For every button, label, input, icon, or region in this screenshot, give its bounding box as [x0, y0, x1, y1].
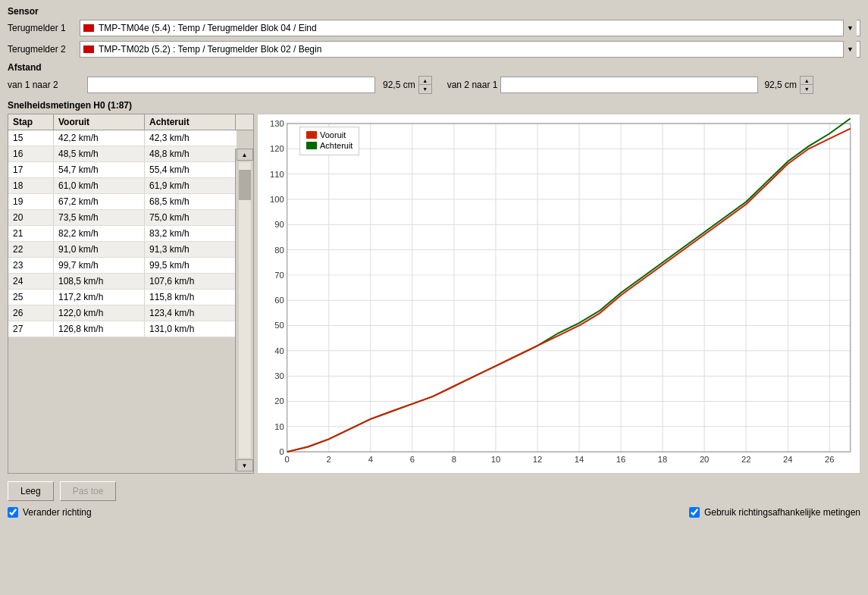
table-row: 23 99,7 km/h 99,5 km/h	[8, 258, 237, 274]
table-scrollbar[interactable]: ▲ ▼	[235, 149, 253, 471]
svg-text:20: 20	[700, 455, 709, 464]
td-stap: 19	[8, 194, 54, 209]
snelheid-header: Snelheidsmetingen H0 (1:87)	[8, 100, 860, 111]
td-achteruit: 55,4 km/h	[145, 162, 236, 177]
verander-richting-group: Verander richting	[8, 507, 92, 518]
td-vooruit: 108,5 km/h	[54, 274, 145, 289]
pastoe-button[interactable]: Pas toe	[60, 481, 117, 501]
td-stap: 27	[8, 321, 54, 337]
svg-text:120: 120	[270, 144, 284, 153]
legend-achteruit-color	[306, 142, 317, 149]
td-stap: 17	[8, 162, 54, 177]
svg-text:10: 10	[274, 422, 284, 431]
terugmelder1-label: Terugmelder 1	[8, 23, 80, 33]
snelheid-content: Stap Vooruit Achteruit 15 42,2 km/h 42,3…	[8, 114, 860, 474]
table-row: 26 122,0 km/h 123,4 km/h	[8, 305, 237, 321]
van1naar2-spin-up[interactable]: ▲	[419, 77, 431, 85]
svg-text:80: 80	[274, 246, 284, 255]
td-achteruit: 115,8 km/h	[145, 290, 236, 305]
td-vooruit: 54,7 km/h	[54, 162, 145, 177]
terugmelder1-arrow[interactable]: ▼	[843, 20, 857, 36]
table-row: 15 42,2 km/h 42,3 km/h	[8, 130, 237, 146]
terugmelder2-arrow[interactable]: ▼	[843, 41, 857, 58]
legend-vooruit-label: Vooruit	[320, 130, 346, 139]
snelheid-section: Snelheidsmetingen H0 (1:87) Stap Vooruit…	[8, 100, 860, 474]
svg-text:18: 18	[658, 455, 667, 464]
van1naar2-spinner[interactable]: ▲ ▼	[418, 76, 432, 94]
van2naar1-spin-up[interactable]: ▲	[801, 77, 813, 85]
td-vooruit: 48,5 km/h	[54, 146, 145, 161]
svg-text:4: 4	[368, 455, 373, 464]
terugmelder2-color-box	[83, 45, 94, 53]
scroll-down-btn[interactable]: ▼	[237, 459, 253, 471]
svg-text:20: 20	[274, 397, 284, 406]
gebruik-richtings-group: Gebruik richtingsafhankelijke metingen	[689, 507, 860, 518]
table-row: 17 54,7 km/h 55,4 km/h	[8, 162, 237, 178]
td-stap: 16	[8, 146, 54, 161]
td-achteruit: 131,0 km/h	[145, 321, 236, 337]
td-vooruit: 91,0 km/h	[54, 242, 145, 257]
van1naar2-input[interactable]	[87, 77, 375, 93]
table-row: 22 91,0 km/h 91,3 km/h	[8, 242, 237, 258]
td-achteruit: 61,9 km/h	[145, 178, 236, 193]
svg-text:6: 6	[410, 455, 415, 464]
td-vooruit: 61,0 km/h	[54, 178, 145, 193]
table-row: 27 126,8 km/h 131,0 km/h	[8, 321, 237, 337]
td-achteruit: 48,8 km/h	[145, 146, 236, 161]
legend-achteruit-label: Achteruit	[320, 141, 353, 150]
td-achteruit: 42,3 km/h	[145, 130, 236, 146]
svg-text:26: 26	[825, 455, 834, 464]
van2naar1-spin-down[interactable]: ▼	[801, 85, 813, 93]
table-row: 24 108,5 km/h 107,6 km/h	[8, 274, 237, 290]
terugmelder2-value: TMP-TM02b (5.2) : Temp / Terugmelder Blo…	[99, 44, 843, 55]
table-header: Stap Vooruit Achteruit	[8, 114, 253, 130]
afstand-label: Afstand	[8, 62, 860, 73]
td-achteruit: 68,5 km/h	[145, 194, 236, 209]
svg-text:100: 100	[270, 195, 284, 204]
table-row: 19 67,2 km/h 68,5 km/h	[8, 194, 237, 210]
td-stap: 20	[8, 210, 54, 225]
van2naar1-spinner[interactable]: ▲ ▼	[800, 76, 813, 94]
gebruik-richtings-checkbox[interactable]	[689, 507, 700, 518]
leeg-button[interactable]: Leeg	[8, 481, 54, 501]
td-vooruit: 73,5 km/h	[54, 210, 145, 225]
td-stap: 24	[8, 274, 54, 289]
terugmelder2-row: Terugmelder 2 TMP-TM02b (5.2) : Temp / T…	[8, 41, 860, 58]
chart-legend: Vooruit Achteruit	[299, 127, 359, 155]
svg-text:0: 0	[279, 447, 284, 456]
col-stap: Stap	[8, 114, 54, 130]
td-achteruit: 99,5 km/h	[145, 258, 236, 273]
col-achteruit: Achteruit	[145, 114, 236, 130]
verander-richting-checkbox[interactable]	[8, 507, 18, 518]
svg-text:50: 50	[274, 321, 284, 330]
td-achteruit: 107,6 km/h	[145, 274, 236, 289]
gebruik-richtings-label: Gebruik richtingsafhankelijke metingen	[704, 507, 860, 518]
table-body: 15 42,2 km/h 42,3 km/h 16 48,5 km/h 48,8…	[8, 130, 237, 471]
terugmelder1-dropdown[interactable]: TMP-TM04e (5.4) : Temp / Terugmelder Blo…	[80, 20, 860, 36]
svg-text:90: 90	[274, 220, 284, 229]
afstand-section: Afstand van 1 naar 2 92,5 cm ▲ ▼ van 2 n…	[8, 62, 860, 94]
legend-vooruit-color	[306, 131, 317, 139]
td-achteruit: 75,0 km/h	[145, 210, 236, 225]
scroll-track[interactable]	[239, 162, 251, 458]
terugmelder2-dropdown[interactable]: TMP-TM02b (5.2) : Temp / Terugmelder Blo…	[80, 41, 860, 58]
van1naar2-spin-down[interactable]: ▼	[419, 85, 431, 93]
van2naar1-input[interactable]	[500, 77, 758, 93]
terugmelder1-color-box	[83, 24, 94, 32]
van2naar1-label: van 2 naar 1	[447, 80, 498, 90]
sensor-section-label: Sensor	[8, 6, 860, 17]
terugmelder1-row: Terugmelder 1 TMP-TM04e (5.4) : Temp / T…	[8, 20, 860, 36]
td-stap: 26	[8, 305, 54, 321]
td-stap: 21	[8, 226, 54, 241]
td-vooruit: 122,0 km/h	[54, 305, 145, 321]
terugmelder2-label: Terugmelder 2	[8, 44, 80, 55]
legend-achteruit: Achteruit	[306, 141, 353, 150]
svg-text:110: 110	[270, 170, 284, 179]
van2naar1-value: 92,5 cm	[764, 80, 797, 90]
svg-text:130: 130	[270, 119, 284, 128]
table-row: 25 117,2 km/h 115,8 km/h	[8, 290, 237, 305]
chart-svg: 2468101214161820222426010203040506070809…	[258, 114, 860, 473]
table-row: 20 73,5 km/h 75,0 km/h	[8, 210, 237, 226]
td-vooruit: 117,2 km/h	[54, 290, 145, 305]
scroll-up-btn[interactable]: ▲	[237, 149, 253, 161]
